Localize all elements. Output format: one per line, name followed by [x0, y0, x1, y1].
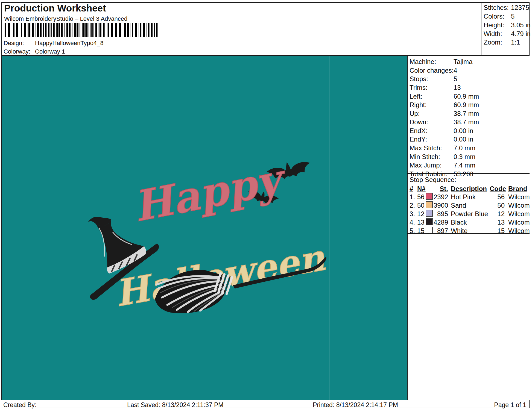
footer-bar: Created By: Last Saved: 8/13/2024 2:11:3… [1, 400, 528, 408]
up-label: Up: [410, 110, 420, 117]
colorway-value: Colorway 1 [35, 48, 65, 55]
machine-value: Tajima [454, 58, 472, 66]
row-st: 3900 [434, 202, 448, 209]
left-label: Left: [410, 93, 422, 100]
left-value: 60.9 mm [454, 93, 479, 100]
thread-swatch [426, 210, 433, 217]
height-value: 3.05 in [511, 21, 531, 29]
thread-swatch [426, 227, 433, 234]
max-jump-label: Max Jump: [410, 161, 442, 169]
row-brand: Wilcom [508, 210, 530, 218]
production-worksheet-page: Production Worksheet Wilcom EmbroiderySt… [0, 0, 532, 409]
stops-value: 5 [454, 75, 457, 83]
endx-value: 0.00 in [454, 127, 473, 135]
row-code: 50 [490, 202, 505, 209]
right-value: 60.9 mm [454, 101, 479, 109]
min-stitch-label: Min Stitch: [410, 153, 440, 161]
row-code: 13 [490, 219, 505, 226]
row-brand: Wilcom [508, 202, 530, 209]
col-st: St. [434, 185, 448, 193]
row-num: 4. [410, 219, 415, 226]
col-num: # [410, 185, 413, 193]
col-description: Description [451, 185, 487, 193]
min-stitch-value: 0.3 mm [454, 153, 475, 161]
zoom-value: 1:1 [511, 39, 520, 46]
design-preview-canvas: Happy Halloween [2, 56, 408, 400]
thread-swatch [426, 201, 433, 208]
row-st: 4289 [434, 219, 448, 226]
stop-sequence-divider-top [408, 173, 530, 174]
barcode [4, 23, 159, 37]
width-label: Width: [484, 30, 502, 38]
row-st: 895 [434, 210, 448, 218]
design-word-happy: Happy [129, 154, 291, 231]
row-description: Black [451, 219, 467, 226]
row-description: Hot Pink [451, 193, 476, 201]
thread-swatch [426, 193, 433, 200]
thread-swatch [426, 218, 433, 225]
row-description: Powder Blue [451, 210, 488, 218]
row-code: 12 [490, 210, 505, 218]
row-n: 12 [417, 210, 425, 218]
down-value: 38.7 mm [454, 118, 479, 126]
down-label: Down: [410, 118, 428, 126]
col-brand: Brand [508, 185, 527, 193]
embroidery-design: Happy Halloween [2, 56, 407, 400]
max-stitch-label: Max Stitch: [410, 144, 442, 152]
color-changes-value: 4 [454, 67, 457, 74]
design-label: Design: [4, 40, 24, 47]
machine-label: Machine: [410, 58, 436, 66]
total-bobbin-value: 53.26ft [454, 170, 473, 178]
row-st: 2392 [434, 193, 448, 201]
endy-label: EndY: [410, 136, 427, 143]
stats-panel: Machine: Tajima Color changes: 4 Stops: … [408, 56, 530, 400]
trims-label: Trims: [410, 84, 428, 92]
col-code: Code [490, 185, 505, 193]
stop-sequence-divider-bottom [408, 233, 530, 234]
row-description: Sand [451, 202, 466, 209]
row-brand: Wilcom [508, 193, 530, 201]
zoom-label: Zoom: [484, 39, 502, 46]
width-value: 4.79 in [511, 30, 531, 38]
col-n: N# [417, 185, 426, 193]
row-num: 1. [410, 193, 415, 201]
colors-value: 5 [511, 13, 515, 20]
height-label: Height: [484, 21, 504, 29]
color-changes-label: Color changes: [410, 67, 454, 74]
row-n: 13 [417, 219, 425, 226]
stitches-value: 12375 [511, 4, 529, 11]
printed: Printed: 8/13/2024 2:14:17 PM [313, 401, 398, 409]
design-value: HappyHalloweenTypo4_8 [35, 40, 104, 47]
stops-label: Stops: [410, 75, 428, 83]
page-title: Production Worksheet [4, 3, 106, 14]
row-n: 56 [417, 193, 425, 201]
row-num: 3. [410, 210, 415, 218]
colors-label: Colors: [484, 13, 504, 20]
page-number: Page 1 of 1 [494, 401, 526, 409]
max-stitch-value: 7.0 mm [454, 144, 475, 152]
row-n: 50 [417, 202, 425, 209]
app-subtitle: Wilcom EmbroideryStudio – Level 3 Advanc… [4, 15, 127, 22]
created-by: Created By: [3, 401, 36, 409]
max-jump-value: 7.4 mm [454, 161, 475, 169]
row-brand: Wilcom [508, 219, 530, 226]
stop-sequence-title: Stop Sequence: [410, 176, 456, 184]
summary-box: Stitches: 12375 Colors: 5 Height: 3.05 i… [481, 2, 530, 55]
row-code: 56 [490, 193, 505, 201]
stitches-label: Stitches: [484, 4, 509, 11]
right-label: Right: [410, 101, 427, 109]
endy-value: 0.00 in [454, 136, 473, 143]
up-value: 38.7 mm [454, 110, 479, 117]
trims-value: 13 [454, 84, 461, 92]
row-num: 2. [410, 202, 415, 209]
last-saved: Last Saved: 8/13/2024 2:11:37 PM [127, 401, 224, 409]
colorway-label: Colorway: [4, 48, 30, 55]
endx-label: EndX: [410, 127, 427, 135]
